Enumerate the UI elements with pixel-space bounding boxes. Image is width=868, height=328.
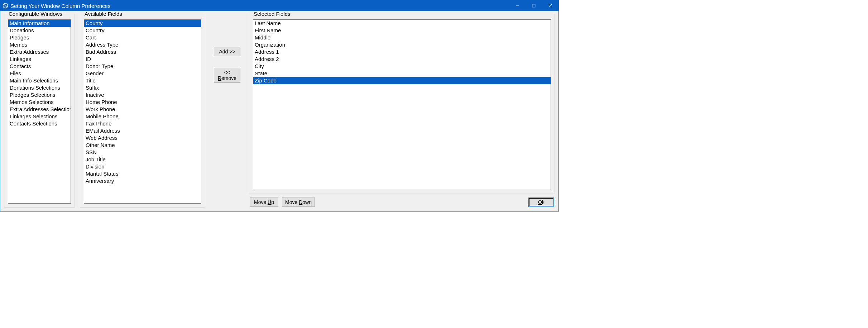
- list-item[interactable]: Anniversary: [84, 177, 201, 185]
- list-item[interactable]: Last Name: [253, 20, 551, 27]
- list-item[interactable]: Donations Selections: [8, 84, 71, 91]
- titlebar: Setting Your Window Column Preferences: [0, 0, 558, 11]
- list-item[interactable]: Marital Status: [84, 170, 201, 177]
- move-up-button[interactable]: Move Up: [250, 198, 278, 207]
- bottom-button-row: Move Up Move Down Ok: [249, 198, 555, 208]
- window-title: Setting Your Window Column Preferences: [10, 3, 110, 9]
- list-item[interactable]: Organization: [253, 41, 551, 48]
- available-fields-group: Available Fields CountyCountryCartAddres…: [80, 14, 205, 208]
- minimize-button[interactable]: [509, 0, 526, 11]
- close-button[interactable]: [542, 0, 558, 11]
- list-item[interactable]: Address 2: [253, 56, 551, 63]
- configurable-windows-listbox[interactable]: Main InformationDonationsPledgesMemosExt…: [8, 19, 71, 204]
- list-item[interactable]: Pledges: [8, 34, 71, 41]
- list-item[interactable]: Fax Phone: [84, 120, 201, 127]
- list-item[interactable]: Main Info Selections: [8, 77, 71, 84]
- available-fields-listbox[interactable]: CountyCountryCartAddress TypeBad Address…: [84, 19, 201, 204]
- list-item[interactable]: Address Type: [84, 41, 201, 48]
- list-item[interactable]: Title: [84, 77, 201, 84]
- list-item[interactable]: EMail Address: [84, 127, 201, 134]
- list-item[interactable]: Suffix: [84, 84, 201, 91]
- list-item[interactable]: Work Phone: [84, 106, 201, 113]
- selected-fields-label: Selected Fields: [252, 11, 292, 17]
- selected-fields-listbox[interactable]: Last NameFirst NameMiddleOrganizationAdd…: [253, 19, 551, 190]
- app-icon: [3, 3, 8, 9]
- list-item[interactable]: Mobile Phone: [84, 113, 201, 120]
- list-item[interactable]: Web Address: [84, 134, 201, 142]
- list-item[interactable]: Donations: [8, 27, 71, 34]
- svg-line-1: [4, 4, 7, 8]
- available-fields-label: Available Fields: [83, 11, 124, 17]
- list-item[interactable]: Gender: [84, 70, 201, 77]
- list-item[interactable]: Memos Selections: [8, 99, 71, 106]
- list-item[interactable]: Address 1: [253, 48, 551, 56]
- add-button[interactable]: Add >>: [214, 47, 240, 56]
- configurable-windows-label: Configurable Windows: [7, 11, 64, 17]
- right-column: Selected Fields Last NameFirst NameMiddl…: [249, 14, 555, 208]
- list-item[interactable]: Country: [84, 27, 201, 34]
- dialog-window: Setting Your Window Column Preferences C…: [0, 0, 559, 211]
- list-item[interactable]: Extra Addresses Selections: [8, 106, 71, 113]
- list-item[interactable]: Contacts: [8, 63, 71, 70]
- list-item[interactable]: Job Title: [84, 156, 201, 163]
- list-item[interactable]: Donor Type: [84, 63, 201, 70]
- list-item[interactable]: Home Phone: [84, 99, 201, 106]
- list-item[interactable]: Main Information: [8, 20, 71, 27]
- dialog-body: Configurable Windows Main InformationDon…: [0, 11, 558, 211]
- list-item[interactable]: Pledges Selections: [8, 91, 71, 99]
- list-item[interactable]: Linkages: [8, 56, 71, 63]
- list-item[interactable]: ID: [84, 56, 201, 63]
- list-item[interactable]: County: [84, 20, 201, 27]
- list-item[interactable]: Bad Address: [84, 48, 201, 56]
- list-item[interactable]: Files: [8, 70, 71, 77]
- list-item[interactable]: Contacts Selections: [8, 120, 71, 127]
- selected-fields-group: Selected Fields Last NameFirst NameMiddl…: [249, 14, 555, 194]
- configurable-windows-group: Configurable Windows Main InformationDon…: [4, 14, 75, 208]
- list-item[interactable]: Extra Addresses: [8, 48, 71, 56]
- list-item[interactable]: City: [253, 63, 551, 70]
- list-item[interactable]: Middle: [253, 34, 551, 41]
- maximize-button: [526, 0, 542, 11]
- transfer-buttons: Add >> << Remove: [210, 14, 244, 208]
- list-item[interactable]: Linkages Selections: [8, 113, 71, 120]
- list-item[interactable]: Zip Code: [253, 77, 551, 84]
- move-down-button[interactable]: Move Down: [282, 198, 315, 207]
- svg-rect-3: [532, 4, 535, 7]
- list-item[interactable]: State: [253, 70, 551, 77]
- list-item[interactable]: Other Name: [84, 142, 201, 149]
- list-item[interactable]: SSN: [84, 149, 201, 156]
- ok-button[interactable]: Ok: [528, 198, 554, 207]
- list-item[interactable]: Inactive: [84, 91, 201, 99]
- remove-button[interactable]: << Remove: [214, 68, 240, 83]
- list-item[interactable]: Division: [84, 163, 201, 170]
- list-item[interactable]: Cart: [84, 34, 201, 41]
- list-item[interactable]: Memos: [8, 41, 71, 48]
- list-item[interactable]: First Name: [253, 27, 551, 34]
